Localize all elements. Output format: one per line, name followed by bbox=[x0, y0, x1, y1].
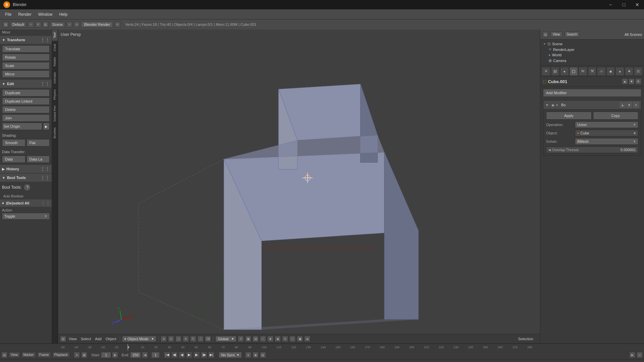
engine-selector[interactable]: Blender Render bbox=[81, 21, 113, 27]
prop-texture-icon[interactable]: ♦ bbox=[615, 67, 624, 76]
prop-render-icon[interactable]: ☀ bbox=[542, 67, 550, 76]
vp-icon-6[interactable]: 〉 bbox=[198, 336, 204, 342]
toggle-select[interactable]: Toggle ▼ bbox=[2, 213, 50, 220]
vp-icon-10[interactable]: ○ bbox=[260, 336, 266, 342]
jump-end-btn[interactable]: ▶| bbox=[208, 352, 215, 358]
keyframe-icon-1[interactable]: ● bbox=[245, 352, 251, 358]
set-origin-button[interactable]: Set Origin bbox=[2, 123, 42, 130]
mirror-button[interactable]: Mirror bbox=[2, 70, 50, 78]
timeline-playback-menu[interactable]: Playback bbox=[52, 352, 70, 358]
tab-physics[interactable]: Physics bbox=[52, 86, 58, 103]
timeline-frame-menu[interactable]: Frame bbox=[37, 352, 51, 358]
prop-material-icon[interactable]: ■ bbox=[606, 67, 615, 76]
prop-world-icon[interactable]: ● bbox=[560, 67, 569, 76]
prop-modifiers-icon[interactable]: ⚒ bbox=[588, 67, 597, 76]
vp-icon-2[interactable]: ⊙ bbox=[168, 336, 174, 342]
vp-grid-icon[interactable]: # bbox=[238, 336, 244, 342]
prop-scene-icon[interactable]: ▤ bbox=[551, 67, 560, 76]
bool-tools-help-btn[interactable]: ? bbox=[23, 184, 31, 191]
minimize-button[interactable]: − bbox=[604, 0, 617, 9]
prop-constraints-icon[interactable]: ✉ bbox=[579, 67, 587, 76]
duplicate-button[interactable]: Duplicate bbox=[2, 89, 50, 97]
end-arrow[interactable]: ◀ bbox=[142, 352, 148, 358]
vp-icon-9[interactable]: ▤ bbox=[253, 336, 259, 342]
no-sync-dropdown[interactable]: No Sync ▼ bbox=[219, 352, 242, 358]
workspace-close-btn[interactable]: ✕ bbox=[35, 21, 41, 27]
vp-icon-12[interactable]: ◆ bbox=[275, 336, 281, 342]
delete-button[interactable]: Delete bbox=[2, 106, 50, 113]
next-keyframe-btn[interactable]: |▶ bbox=[201, 352, 207, 358]
vp-icon-8[interactable]: ▣ bbox=[245, 336, 251, 342]
timeline-editor-icon[interactable]: ▤ bbox=[1, 352, 7, 358]
viewport-3d[interactable]: User Persp bbox=[58, 29, 540, 343]
solver-dropdown[interactable]: BMesh ▼ bbox=[575, 138, 638, 145]
timeline-right-icon-2[interactable]: ▷ bbox=[637, 352, 643, 358]
mod-delete-btn[interactable]: ✕ bbox=[633, 102, 639, 108]
vp-icon-3[interactable]: ▢ bbox=[175, 336, 181, 342]
menu-render[interactable]: Render bbox=[15, 11, 35, 18]
search-button[interactable]: Search bbox=[565, 32, 580, 37]
overlap-left-btn[interactable]: ◀ bbox=[548, 148, 551, 152]
prev-frame-btn[interactable]: ◀ bbox=[178, 352, 185, 358]
view-button[interactable]: View bbox=[550, 32, 562, 37]
copy-button[interactable]: Copy bbox=[593, 112, 639, 120]
object-clear-icon[interactable]: ✕ bbox=[633, 131, 636, 135]
smooth-button[interactable]: Smooth bbox=[2, 139, 25, 146]
transform-panel-header[interactable]: ▼ Transform ⋮⋮ bbox=[0, 36, 52, 44]
timeline-icon-2[interactable]: ▦ bbox=[81, 352, 87, 358]
keyframe-icon-3[interactable]: ▤ bbox=[260, 352, 266, 358]
scene-close-btn[interactable]: ✕ bbox=[74, 21, 80, 27]
viewport-editor-icon[interactable]: ▤ bbox=[60, 336, 66, 342]
scale-button[interactable]: Scale bbox=[2, 62, 50, 69]
timeline-right-icon-1[interactable]: ▶ bbox=[629, 352, 635, 358]
workspace-add-btn[interactable]: + bbox=[28, 21, 34, 27]
add-modifier-button[interactable]: Add Modifier bbox=[543, 89, 641, 97]
num-ind-x[interactable]: ✕ bbox=[635, 78, 641, 84]
end-value[interactable]: 250 bbox=[130, 352, 141, 358]
prop-data-icon[interactable]: ▱ bbox=[597, 67, 606, 76]
global-select[interactable]: Global ▼ bbox=[215, 336, 236, 342]
next-frame-btn[interactable]: ▶ bbox=[193, 352, 200, 358]
start-arrow[interactable]: ▶ bbox=[112, 352, 118, 358]
vp-icon-5[interactable]: ✎ bbox=[190, 336, 196, 342]
num-ind-down[interactable]: ▼ bbox=[629, 78, 635, 84]
tree-render-layer[interactable]: ☀ RenderLayer bbox=[542, 47, 643, 52]
mod-up-btn[interactable]: ▲ bbox=[620, 102, 626, 108]
tab-brushes[interactable]: Brushes bbox=[52, 124, 58, 141]
edit-panel-header[interactable]: ▼ Edit ⋮⋮ bbox=[0, 80, 52, 88]
vp-icon-13[interactable]: ☀ bbox=[282, 336, 288, 342]
viewport-select-menu[interactable]: Select bbox=[79, 336, 93, 342]
history-panel-header[interactable]: ▶ History ⋮⋮ bbox=[0, 165, 52, 173]
prop-object-icon[interactable]: ▢ bbox=[570, 67, 578, 76]
flat-button[interactable]: Flat bbox=[26, 139, 50, 146]
jump-start-btn[interactable]: |◀ bbox=[164, 352, 170, 358]
duplicate-linked-button[interactable]: Duplicate Linked bbox=[2, 98, 50, 105]
tab-tool[interactable]: Tool bbox=[52, 29, 58, 41]
mod-render-icon[interactable]: ☀ bbox=[555, 103, 558, 107]
num-ind-up[interactable]: ▲ bbox=[622, 78, 628, 84]
vp-icon-1[interactable]: ● bbox=[161, 336, 167, 342]
tab-creat[interactable]: Creat bbox=[52, 41, 58, 54]
data-button[interactable]: Data bbox=[2, 156, 25, 163]
apply-button[interactable]: Apply bbox=[546, 112, 592, 120]
current-frame-value[interactable]: 1 bbox=[151, 352, 160, 358]
vp-icon-15[interactable]: ◼ bbox=[297, 336, 303, 342]
tab-grease-pen[interactable]: Grease Pen bbox=[52, 103, 58, 124]
viewport-object-menu[interactable]: Object bbox=[104, 336, 118, 342]
tree-camera[interactable]: ▣ Camera bbox=[542, 58, 643, 63]
vp-icon-11[interactable]: ■ bbox=[267, 336, 273, 342]
operation-dropdown[interactable]: Union ▼ bbox=[575, 121, 638, 128]
object-mode-select[interactable]: ● Object Mode ▼ bbox=[122, 336, 157, 342]
prev-keyframe-btn[interactable]: ◀| bbox=[171, 352, 178, 358]
editor-type-btn[interactable]: ▤ bbox=[3, 21, 9, 27]
prop-physics-icon[interactable]: ⚖ bbox=[634, 67, 643, 76]
close-button[interactable]: ✕ bbox=[631, 0, 644, 9]
object-value-field[interactable]: ● Cube ✕ bbox=[575, 130, 638, 136]
timeline-marker-menu[interactable]: Marker bbox=[21, 352, 36, 358]
data-la-button[interactable]: Data La bbox=[26, 156, 50, 163]
play-btn[interactable]: ▶ bbox=[186, 352, 193, 358]
vp-icon-14[interactable]: □ bbox=[289, 336, 296, 342]
timeline-view-menu[interactable]: View bbox=[9, 352, 20, 358]
bool-tools-panel-header[interactable]: ▼ Bool Tools ⋮⋮ bbox=[0, 174, 52, 182]
keyframe-icon-2[interactable]: ◉ bbox=[253, 352, 259, 358]
